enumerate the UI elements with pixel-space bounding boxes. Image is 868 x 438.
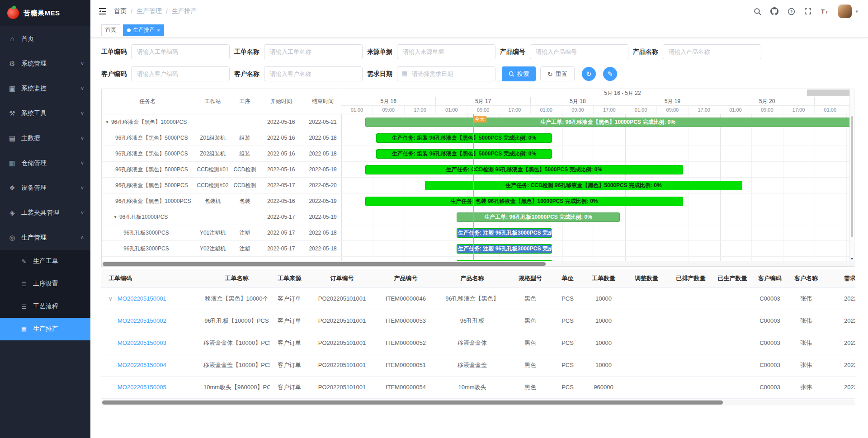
tab-home[interactable]: 首页 <box>101 24 120 36</box>
order-code-link[interactable]: MO202205150004 <box>118 362 166 368</box>
order-cell: C00003 <box>752 354 788 376</box>
gantt-task-row[interactable]: ▼96孔孔板10000PCS2022-05-172022-05-19 <box>102 209 341 225</box>
gantt-task-row[interactable]: 96孔移液盒【黑色】5000PCSZ01组装机组装2022-05-162022-… <box>102 130 341 146</box>
tab-production-scheduling[interactable]: 生产排产× <box>123 24 164 36</box>
sidebar-item-home[interactable]: ⌂首页 <box>0 26 90 51</box>
collapse-caret-icon[interactable]: ▼ <box>113 215 117 219</box>
reset-button[interactable]: ↻ 重置 <box>540 66 575 81</box>
gantt-task-bar[interactable]: 生产任务: 注塑 96孔孔板3000PCS 完成比例: 0% <box>457 228 552 238</box>
gantt-task-bar[interactable]: 生产任务: 组装 96孔移液盒【黑色】5000PCS 完成比例: 0% <box>376 149 552 159</box>
sidebar-item-production-workorder[interactable]: ✎生产工单 <box>0 250 90 273</box>
product-name-input[interactable] <box>663 44 761 59</box>
sidebar-item-process-flow[interactable]: ☰工艺流程 <box>0 295 90 318</box>
expand-caret-icon[interactable]: ∨ <box>108 296 118 302</box>
fixture-icon: ◈ <box>8 209 16 217</box>
order-code-link[interactable]: MO202205150003 <box>118 339 166 346</box>
filter-label: 客户名称 <box>234 70 259 78</box>
gantt-task-bar[interactable]: 生产任务: CCD检测 96孔移液盒【黑色】5000PCS 完成比例: 0% <box>365 165 683 174</box>
gantt-task-bar[interactable]: 生产任务: 注塑 96孔孔板3000PCS 完成比例: 0% <box>457 260 552 261</box>
fullscreen-icon[interactable] <box>804 8 811 15</box>
sidebar-item-equipment[interactable]: ❖设备管理∨ <box>0 175 90 200</box>
filter-demand-date: 需求日期▦ <box>367 66 495 81</box>
user-menu-caret-icon[interactable]: ▾ <box>855 9 858 14</box>
gantt-vertical-scrollbar-thumb[interactable] <box>851 116 853 237</box>
sidebar-item-system-tools[interactable]: ⚒系统工具∨ <box>0 101 90 126</box>
orders-column-header: 工单编码 <box>101 269 203 287</box>
gantt-task-row[interactable]: 96孔孔板3000PCSY03注塑机注塑2022-05-172022-05-18 <box>102 257 341 261</box>
sidebar-item-fixture[interactable]: ◈工装夹具管理∨ <box>0 200 90 225</box>
customer-name-input[interactable] <box>264 66 363 81</box>
gantt-task-bar[interactable]: 生产任务: 组装 96孔移液盒【黑色】5000PCS 完成比例: 0% <box>376 133 552 143</box>
gantt-vertical-scrollbar[interactable]: ▼ <box>849 89 854 261</box>
order-name-input[interactable] <box>264 44 363 59</box>
scroll-down-arrow-icon[interactable]: ▼ <box>850 257 854 260</box>
task-start-time: 2022-05-17 <box>257 225 305 240</box>
sync-icon: ↻ <box>586 70 592 78</box>
gantt-task-row[interactable]: 96孔移液盒【黑色】5000PCSCCD检测#01CCD检测2022-05-16… <box>102 162 341 178</box>
gantt-task-row[interactable]: ▼96孔移液盒【黑色】10000PCS2022-05-162022-05-21 <box>102 114 341 130</box>
order-cell <box>624 287 669 310</box>
order-cell: ITEM00000051 <box>375 354 436 376</box>
gantt-task-row[interactable]: 96孔移液盒【黑色】5000PCSCCD检测#02CCD检测2022-05-17… <box>102 178 341 193</box>
gantt-task-row[interactable]: 96孔移液盒【黑色】5000PCSZ02组装机组装2022-05-162022-… <box>102 146 341 162</box>
order-code-link[interactable]: MO202205150005 <box>118 384 166 391</box>
input-wrap <box>131 44 230 59</box>
breadcrumb-item[interactable]: 生产管理 <box>137 7 162 15</box>
sidebar-toggle-icon[interactable] <box>99 8 107 15</box>
gantt-task-row[interactable]: 96孔孔板3000PCSY02注塑机注塑2022-05-172022-05-18 <box>102 241 341 257</box>
refresh-schedule-button[interactable]: ↻ <box>582 67 596 81</box>
order-row[interactable]: MO202205150004移液盒盒盖【10000】PCS客户订单PO20220… <box>101 354 855 376</box>
search-button[interactable]: 搜索 <box>502 66 536 81</box>
gantt-bar-label: 生产任务: CCD检测 96孔移液盒【黑色】5000PCS 完成比例: 0% <box>505 182 661 189</box>
table-horizontal-scrollbar[interactable] <box>101 400 855 405</box>
user-avatar[interactable] <box>838 5 852 18</box>
gantt-chart-body: 生产工单: 96孔移液盒【黑色】10000PCS 完成比例: 0%生产任务: 组… <box>341 114 849 261</box>
sidebar-item-system-admin[interactable]: ⚙系统管理∨ <box>0 51 90 76</box>
sidebar-item-process-settings[interactable]: ☲工序设置 <box>0 273 90 295</box>
table-horizontal-scrollbar-thumb[interactable] <box>102 400 723 405</box>
search-icon[interactable] <box>754 8 761 15</box>
gantt-horizontal-scrollbar[interactable] <box>102 261 854 266</box>
sidebar-item-production-scheduling[interactable]: ▦生产排产 <box>0 318 90 340</box>
gantt-task-bar[interactable]: 生产任务: 包装 96孔移液盒【黑色】10000PCS 完成比例: 0% <box>365 197 683 206</box>
gantt-task-row[interactable]: 96孔孔板3000PCSY01注塑机注塑2022-05-172022-05-18 <box>102 225 341 241</box>
task-name-cell: 96孔移液盒【黑色】5000PCS <box>102 130 193 146</box>
order-row[interactable]: MO20220515000510mm吸头【960000】PCS客户订单PO202… <box>101 376 855 398</box>
product-code-input[interactable] <box>530 44 628 59</box>
gantt-horizontal-scrollbar-thumb[interactable] <box>103 262 546 266</box>
order-cell: C00003 <box>752 287 788 310</box>
gantt-bar-label: 生产工单: 96孔孔板10000PCS 完成比例: 0% <box>484 213 592 221</box>
gantt-task-bar[interactable]: 生产任务: 注塑 96孔孔板3000PCS 完成比例: 0% <box>457 244 552 254</box>
sidebar-item-warehouse[interactable]: ▥仓储管理∨ <box>0 151 90 175</box>
gantt-order-bar[interactable]: 生产工单: 96孔孔板10000PCS 完成比例: 0% <box>457 212 620 222</box>
demand-date-input[interactable] <box>397 66 495 81</box>
task-name-cell: 96孔移液盒【黑色】5000PCS <box>102 178 193 193</box>
order-row[interactable]: MO20220515000296孔孔板【10000】PCS客户订单PO20220… <box>101 310 855 332</box>
order-code-input[interactable] <box>131 44 230 59</box>
order-row[interactable]: MO202205150003移液盒盒体【10000】PCS客户订单PO20220… <box>101 332 855 354</box>
order-code-cell: ∨MO202205150001 <box>101 287 203 310</box>
filter-row-1: 工单编码工单名称来源单据产品编号产品名称 <box>101 44 855 59</box>
gantt-order-bar[interactable]: 生产工单: 96孔移液盒【黑色】10000PCS 完成比例: 0% <box>365 118 849 127</box>
menu-item-label: 仓储管理 <box>21 159 47 167</box>
font-size-icon[interactable]: TT <box>821 8 829 15</box>
close-tab-icon[interactable]: × <box>157 28 160 33</box>
order-code-link[interactable]: MO202205150001 <box>118 295 166 302</box>
customer-code-input[interactable] <box>131 66 230 81</box>
collapse-caret-icon[interactable]: ▼ <box>105 120 109 124</box>
edit-schedule-button[interactable]: ✎ <box>603 67 617 81</box>
source-doc-input[interactable] <box>397 44 495 59</box>
gantt-chart-row: 生产任务: 注塑 96孔孔板3000PCS 完成比例: 0% <box>341 257 849 261</box>
breadcrumb-item[interactable]: 首页 <box>114 7 127 15</box>
sidebar-item-system-monitor[interactable]: ▣系统监控∨ <box>0 76 90 101</box>
sidebar-item-production[interactable]: ◎生产管理∨ <box>0 225 90 250</box>
order-code-link[interactable]: MO202205150002 <box>118 317 166 324</box>
gantt-day-label: 5月 20 <box>720 97 815 105</box>
gantt-range-scrollbar-thumb[interactable] <box>807 89 849 96</box>
help-icon[interactable]: ? <box>788 8 795 15</box>
github-icon[interactable] <box>770 7 778 15</box>
gantt-task-row[interactable]: 96孔移液盒【黑色】10000PCS包装机包装2022-05-162022-05… <box>102 193 341 209</box>
order-row[interactable]: ∨MO202205150001移液盒【黑色】10000个客户订单PO202205… <box>101 287 855 310</box>
sidebar-item-master-data[interactable]: ▤主数据∨ <box>0 126 90 151</box>
filter-label: 工单编码 <box>101 48 127 56</box>
